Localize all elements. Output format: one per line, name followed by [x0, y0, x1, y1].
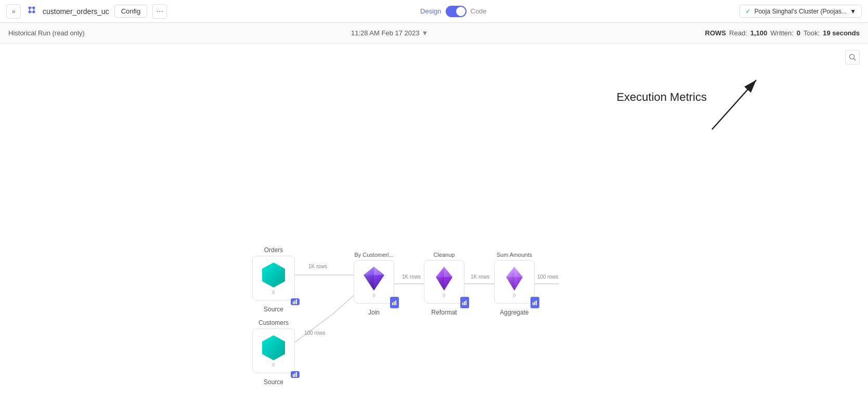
svg-rect-29: [294, 373, 295, 377]
orders-source-label: Source: [252, 306, 295, 313]
design-code-toggle: Design Code: [420, 6, 487, 17]
cluster-check-icon: ✓: [745, 7, 751, 15]
more-options-button[interactable]: ···: [152, 4, 167, 19]
reformat-gem-icon: [433, 266, 456, 292]
connectors-svg: 1K rows 100 rows 1K rows 1K rows 100 row…: [252, 246, 590, 376]
svg-rect-26: [296, 299, 297, 304]
pipeline-title: customer_orders_uc: [43, 7, 109, 16]
aggregate-count: 0: [513, 293, 515, 298]
orders-count: 0: [272, 290, 275, 295]
reformat-stat-badge[interactable]: [460, 297, 469, 308]
svg-marker-33: [364, 275, 374, 291]
execution-metrics-arrow: [696, 72, 769, 135]
reformat-count: 0: [443, 293, 445, 298]
expand-sidebar-button[interactable]: »: [6, 4, 21, 19]
more-icon: ···: [157, 7, 163, 16]
reformat-bottom-label: Reformat: [424, 309, 464, 316]
svg-line-14: [333, 293, 356, 314]
orders-source-box[interactable]: 0: [252, 256, 295, 300]
reformat-box[interactable]: 0: [424, 260, 464, 304]
join-gem-icon: [362, 266, 385, 292]
aggregate-box[interactable]: 0: [494, 260, 535, 304]
sum-amounts-label: Sum Amounts: [494, 252, 535, 258]
cluster-indicator[interactable]: ✓ Pooja Singhal's Cluster (Poojas... ▼: [740, 5, 862, 18]
join-node: By Customerl... 0: [354, 252, 394, 316]
reformat-node: Cleanup 0: [424, 252, 464, 316]
svg-rect-25: [294, 300, 295, 304]
sub-bar: Historical Run (read only) 11:28 AM Feb …: [0, 23, 868, 44]
svg-rect-46: [533, 303, 534, 305]
customers-label: Customers: [252, 319, 295, 326]
svg-rect-28: [293, 374, 294, 377]
timestamp-value: 11:28 AM Feb 17 2023: [351, 29, 420, 37]
svg-marker-39: [436, 277, 444, 291]
design-label[interactable]: Design: [420, 7, 441, 15]
execution-metrics-label: Execution Metrics: [616, 90, 707, 103]
svg-marker-23: [262, 263, 285, 287]
search-button[interactable]: [845, 50, 860, 64]
timestamp-caret-icon[interactable]: ▼: [421, 29, 428, 37]
svg-text:1K rows: 1K rows: [308, 264, 327, 269]
orders-source-node: Orders 0 Source: [252, 246, 295, 313]
customers-hex-icon: [261, 334, 286, 361]
orders-hex-icon: [261, 261, 286, 289]
join-bottom-label: Join: [354, 309, 394, 316]
execution-metrics-annotation: Execution Metrics: [616, 90, 707, 104]
svg-marker-38: [444, 267, 452, 277]
timestamp-area: 11:28 AM Feb 17 2023 ▼: [351, 29, 428, 37]
svg-rect-48: [536, 300, 537, 305]
svg-rect-41: [464, 302, 465, 305]
code-label[interactable]: Code: [471, 7, 487, 15]
join-top-label: By Customerl...: [354, 252, 394, 258]
customers-source-node: Customers 0 Source: [252, 319, 295, 386]
join-stat-badge[interactable]: [390, 297, 399, 308]
cluster-caret-icon: ▼: [850, 8, 856, 15]
join-count: 0: [372, 293, 375, 298]
aggregate-gem-icon: [503, 266, 526, 292]
aggregate-bottom-label: Aggregate: [494, 309, 535, 316]
config-button[interactable]: Config: [114, 5, 148, 18]
svg-rect-47: [534, 302, 535, 305]
written-value: 0: [797, 29, 800, 37]
cleanup-label: Cleanup: [424, 252, 464, 258]
svg-rect-42: [465, 300, 467, 305]
svg-text:100 rows: 100 rows: [537, 274, 559, 280]
svg-rect-34: [392, 303, 393, 305]
svg-text:100 rows: 100 rows: [304, 330, 326, 336]
took-value: 19 seconds: [823, 29, 860, 37]
cluster-label: Pooja Singhal's Cluster (Poojas...: [754, 8, 847, 15]
took-label: Took:: [804, 29, 820, 37]
rows-label: ROWS: [705, 29, 726, 37]
svg-text:1K rows: 1K rows: [402, 274, 421, 280]
svg-line-9: [854, 59, 856, 61]
svg-rect-36: [395, 300, 396, 305]
aggregate-node: Sum Amounts 0: [494, 252, 535, 316]
svg-marker-45: [506, 277, 514, 291]
join-box[interactable]: 0: [354, 260, 394, 304]
svg-text:1K rows: 1K rows: [471, 274, 489, 280]
toggle-switch[interactable]: [446, 6, 467, 17]
customers-count: 0: [272, 362, 275, 368]
svg-marker-32: [374, 267, 384, 275]
execution-metrics-bar: ROWS Read: 1,100 Written: 0 Took: 19 sec…: [705, 29, 860, 37]
pipeline-canvas: Execution Metrics 1K rows: [0, 44, 868, 393]
svg-marker-27: [262, 335, 285, 360]
svg-rect-24: [293, 302, 294, 304]
expand-icon: »: [12, 8, 16, 15]
svg-rect-40: [462, 303, 463, 305]
aggregate-stat-badge[interactable]: [530, 297, 539, 308]
orders-stat-badge[interactable]: [291, 298, 300, 305]
customers-source-box[interactable]: 0: [252, 329, 295, 373]
search-icon: [849, 54, 856, 61]
top-nav: » customer_orders_uc Config ··· Design C…: [0, 0, 868, 23]
svg-line-11: [712, 80, 756, 129]
logo-icon: [26, 4, 37, 18]
toggle-knob: [456, 7, 465, 16]
svg-rect-30: [296, 372, 297, 377]
customers-source-label: Source: [252, 378, 295, 386]
written-label: Written:: [770, 29, 794, 37]
read-label: Read:: [729, 29, 747, 37]
customers-stat-badge[interactable]: [291, 371, 300, 378]
read-value: 1,100: [750, 29, 768, 37]
svg-marker-44: [514, 267, 523, 277]
